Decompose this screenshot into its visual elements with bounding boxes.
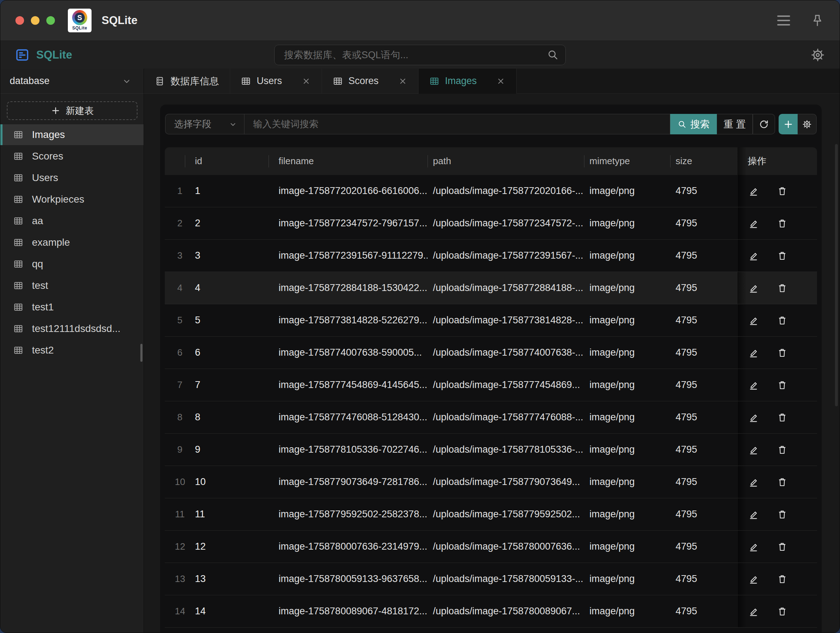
sidebar-item-aa[interactable]: aa bbox=[0, 210, 144, 231]
delete-row-button[interactable] bbox=[777, 412, 788, 423]
minimize-window-button[interactable] bbox=[31, 16, 39, 25]
table-row[interactable]: 8 8 image-1758777476088-5128430... /uplo… bbox=[165, 401, 817, 434]
database-selector[interactable]: database bbox=[0, 69, 144, 94]
edit-row-button[interactable] bbox=[748, 315, 759, 326]
table-row[interactable]: 11 11 image-1758779592502-2582378... /up… bbox=[165, 498, 817, 531]
column-header-path[interactable]: path bbox=[428, 155, 584, 167]
global-search-input[interactable] bbox=[275, 45, 565, 65]
table-row[interactable]: 10 10 image-1758779073649-7281786... /up… bbox=[165, 466, 817, 498]
row-index: 3 bbox=[165, 250, 185, 261]
delete-row-button[interactable] bbox=[777, 606, 788, 617]
sidebar-item-test2[interactable]: test2 bbox=[0, 340, 144, 361]
table-row[interactable]: 13 13 image-1758780059133-9637658... /up… bbox=[165, 563, 817, 595]
table-row[interactable]: 12 12 image-1758780007636-2314979... /up… bbox=[165, 531, 817, 563]
table-row[interactable]: 6 6 image-1758774007638-590005... /uploa… bbox=[165, 337, 817, 369]
column-header-filename[interactable]: filename bbox=[268, 155, 428, 167]
search-button[interactable]: 搜索 bbox=[670, 114, 717, 135]
edit-row-button[interactable] bbox=[748, 218, 759, 229]
edit-row-button[interactable] bbox=[748, 476, 759, 488]
row-index: 12 bbox=[165, 541, 185, 552]
delete-row-button[interactable] bbox=[777, 315, 788, 326]
sidebar-item-Scores[interactable]: Scores bbox=[0, 146, 144, 167]
cell-mimetype: image/png bbox=[584, 218, 670, 229]
table-row[interactable]: 5 5 image-1758773814828-5226279... /uplo… bbox=[165, 304, 817, 337]
pin-button[interactable] bbox=[810, 13, 824, 28]
edit-row-button[interactable] bbox=[748, 573, 759, 585]
edit-row-button[interactable] bbox=[748, 541, 759, 552]
main-scrollbar[interactable] bbox=[835, 144, 838, 406]
edit-row-button[interactable] bbox=[748, 185, 759, 197]
column-header-mimetype[interactable]: mimetype bbox=[584, 155, 670, 167]
delete-row-button[interactable] bbox=[777, 218, 788, 229]
table-row[interactable]: 7 7 image-1758777454869-4145645... /uplo… bbox=[165, 369, 817, 401]
edit-row-button[interactable] bbox=[748, 606, 759, 617]
edit-row-button[interactable] bbox=[748, 412, 759, 423]
add-row-button[interactable] bbox=[778, 114, 797, 135]
table-settings-button[interactable] bbox=[797, 114, 817, 135]
refresh-button[interactable] bbox=[753, 114, 775, 135]
cell-path: /uploads/image-1758778105336-... bbox=[428, 444, 584, 455]
table-row[interactable]: 14 14 image-1758780089067-4818172... /up… bbox=[165, 595, 817, 628]
sidebar-item-example[interactable]: example bbox=[0, 232, 144, 253]
menu-button[interactable] bbox=[777, 16, 790, 25]
table-row[interactable]: 2 2 image-1758772347572-7967157... /uplo… bbox=[165, 207, 817, 240]
close-icon[interactable] bbox=[496, 76, 505, 86]
edit-row-button[interactable] bbox=[748, 347, 759, 359]
column-header-id[interactable]: id bbox=[185, 155, 268, 167]
edit-icon bbox=[748, 250, 759, 261]
tab-Users[interactable]: Users bbox=[230, 69, 322, 93]
tab-数据库信息[interactable]: 数据库信息 bbox=[144, 69, 230, 93]
cell-mimetype: image/png bbox=[584, 315, 670, 326]
new-table-button[interactable]: 新建表 bbox=[7, 101, 137, 120]
delete-row-button[interactable] bbox=[777, 444, 788, 456]
delete-row-button[interactable] bbox=[777, 509, 788, 520]
cell-size: 4795 bbox=[670, 444, 737, 455]
sidebar-scrollbar[interactable] bbox=[141, 344, 142, 362]
edit-row-button[interactable] bbox=[748, 444, 759, 456]
table-row[interactable]: 9 9 image-1758778105336-7022746... /uplo… bbox=[165, 434, 817, 466]
delete-row-button[interactable] bbox=[777, 185, 788, 197]
table-row[interactable]: 1 1 image-1758772020166-6616006... /uplo… bbox=[165, 175, 817, 207]
delete-row-button[interactable] bbox=[777, 573, 788, 585]
tab-Images[interactable]: Images bbox=[418, 69, 517, 94]
delete-row-button[interactable] bbox=[777, 379, 788, 391]
plus-icon bbox=[51, 106, 61, 116]
table-row[interactable]: 3 3 image-1758772391567-91112279... /upl… bbox=[165, 240, 817, 272]
close-icon[interactable] bbox=[302, 76, 311, 86]
search-icon[interactable] bbox=[547, 49, 559, 61]
cell-actions bbox=[737, 466, 817, 498]
sidebar-item-test1[interactable]: test1 bbox=[0, 297, 144, 318]
cell-mimetype: image/png bbox=[584, 541, 670, 552]
settings-button[interactable] bbox=[810, 47, 825, 63]
sidebar-item-qq[interactable]: qq bbox=[0, 254, 144, 274]
close-icon[interactable] bbox=[398, 76, 407, 86]
column-header-size[interactable]: size bbox=[670, 155, 737, 167]
sidebar-item-test[interactable]: test bbox=[0, 275, 144, 296]
keyword-search-input[interactable] bbox=[244, 114, 670, 135]
sidebar-item-Workpieces[interactable]: Workpieces bbox=[0, 189, 144, 210]
cell-actions bbox=[737, 563, 817, 595]
app-window: S SQLite SQLite SQLite bbox=[0, 0, 840, 633]
sidebar-item-Users[interactable]: Users bbox=[0, 168, 144, 188]
delete-row-button[interactable] bbox=[777, 541, 788, 552]
delete-row-button[interactable] bbox=[777, 347, 788, 359]
tab-Scores[interactable]: Scores bbox=[322, 69, 418, 93]
edit-row-button[interactable] bbox=[748, 509, 759, 520]
sidebar-item-Images[interactable]: Images bbox=[0, 124, 144, 145]
close-window-button[interactable] bbox=[16, 16, 24, 25]
edit-row-button[interactable] bbox=[748, 250, 759, 261]
sidebar-item-test12111dsdsdsd...[interactable]: test12111dsdsdsd... bbox=[0, 318, 144, 339]
delete-row-button[interactable] bbox=[777, 250, 788, 261]
sidebar-item-label: test2 bbox=[32, 345, 54, 356]
delete-row-button[interactable] bbox=[777, 476, 788, 488]
edit-row-button[interactable] bbox=[748, 379, 759, 391]
zoom-window-button[interactable] bbox=[46, 16, 55, 25]
edit-icon bbox=[748, 315, 759, 326]
table-card: 选择字段 搜索 重 置 bbox=[160, 104, 822, 633]
table-row[interactable]: 4 4 image-1758772884188-1530422... /uplo… bbox=[165, 272, 817, 304]
field-select[interactable]: 选择字段 bbox=[165, 114, 244, 135]
reset-button[interactable]: 重 置 bbox=[717, 114, 753, 135]
delete-row-button[interactable] bbox=[777, 282, 788, 294]
cell-mimetype: image/png bbox=[584, 250, 670, 261]
edit-row-button[interactable] bbox=[748, 282, 759, 294]
